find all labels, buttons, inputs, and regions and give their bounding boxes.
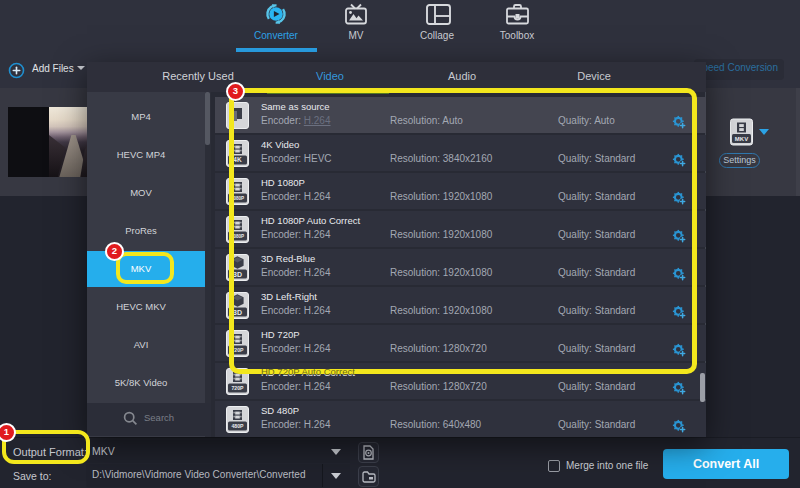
- svg-text:480P: 480P: [231, 423, 244, 429]
- svg-text:MKV: MKV: [735, 136, 748, 142]
- svg-text:720P: 720P: [231, 385, 244, 391]
